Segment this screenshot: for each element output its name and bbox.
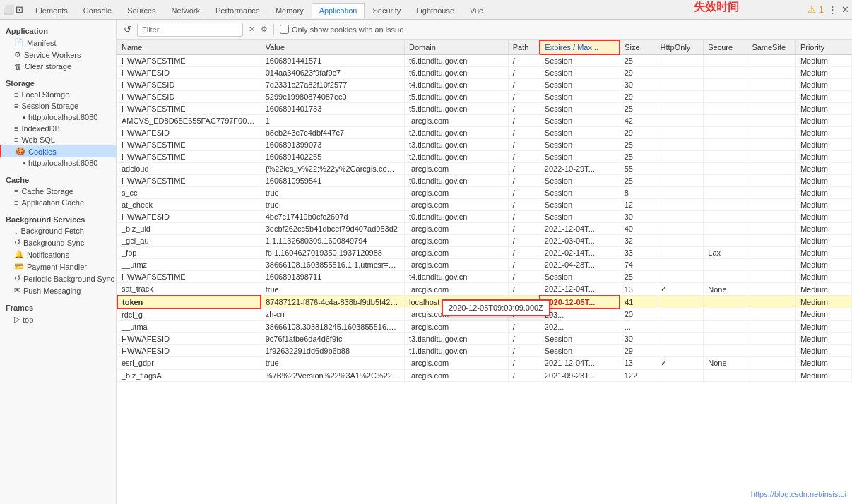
close-icon[interactable]: ✕ xyxy=(841,4,849,15)
cell-priority: Medium xyxy=(795,332,851,344)
filter-input[interactable] xyxy=(137,23,243,37)
cell-httponly xyxy=(656,296,704,308)
sidebar-item-payment[interactable]: 💳 Payment Handler xyxy=(0,260,116,272)
sidebar-item-session-localhost[interactable]: ▪ http://localhost:8080 xyxy=(0,112,116,123)
sidebar-item-service-workers[interactable]: ⚙ Service Workers xyxy=(0,49,116,61)
col-header-httponly[interactable]: HttpOnly xyxy=(656,40,704,54)
clear-storage-icon: 🗑 xyxy=(14,62,22,71)
sidebar-item-cache-storage[interactable]: ≡ Cache Storage xyxy=(0,186,116,197)
cell-value: 38666108.303818245.1603855516.1603855516… xyxy=(261,320,404,332)
sidebar: Application 📄 Manifest ⚙ Service Workers… xyxy=(0,20,117,504)
cell-path: / xyxy=(508,369,540,381)
sidebar-item-cookies[interactable]: 🍪 Cookies xyxy=(0,145,116,157)
sidebar-item-periodic-sync[interactable]: ↺ Periodic Background Sync xyxy=(0,272,116,284)
table-row[interactable]: HWWAFSESTIME1606891402255t2.tianditu.gov… xyxy=(117,151,852,163)
sidebar-item-indexeddb[interactable]: ≡ IndexedDB xyxy=(0,123,116,134)
table-row[interactable]: _biz_uid3ecbf262cc5b41dbcef79d407ad953d2… xyxy=(117,223,852,235)
col-header-size[interactable]: Size xyxy=(620,40,656,54)
table-row[interactable]: HWWAFESID9c76f1afbe6da4d6f9fct3.tianditu… xyxy=(117,332,852,344)
cell-httponly xyxy=(656,151,704,163)
cell-value: b8eb243c7c4dbf447c7 xyxy=(261,127,404,139)
cell-samesite xyxy=(747,332,796,344)
table-row[interactable]: s_cctrue.arcgis.com/Session8Medium xyxy=(117,187,852,199)
cell-samesite xyxy=(747,91,796,103)
show-issues-checkbox-label[interactable]: Only show cookies with an issue xyxy=(280,25,403,34)
more-options-icon[interactable]: ⋮ xyxy=(828,4,837,15)
filter-clear-button[interactable]: ✕ xyxy=(246,23,258,35)
table-row[interactable]: HWWAFSESTIME1606891398711t4.tianditu.gov… xyxy=(117,271,852,283)
table-row[interactable]: HWWAFSESID7d2331c27a82f10f2577t4.tiandit… xyxy=(117,79,852,91)
table-row[interactable]: _gcl_au1.1.1132680309.1600849794.arcgis.… xyxy=(117,235,852,247)
table-row[interactable]: __utma38666108.303818245.1603855516.1603… xyxy=(117,320,852,332)
table-row[interactable]: AMCVS_ED8D65E655FAC7797F000101%40Ad...1.… xyxy=(117,115,852,127)
sidebar-item-websql[interactable]: ≡ Web SQL xyxy=(0,134,116,145)
table-row[interactable]: adcloud{%22les_v%22:%22y%2Carcgis.com%2C… xyxy=(117,163,852,175)
table-row[interactable]: __utmz38666108.1603855516.1.1.utmcsr=bai… xyxy=(117,259,852,271)
tab-security[interactable]: Security xyxy=(365,3,408,18)
cell-priority: Medium xyxy=(795,91,851,103)
cell-name: HWWAFSESTIME xyxy=(117,151,261,163)
col-header-secure[interactable]: Secure xyxy=(704,40,747,54)
table-row[interactable]: HWWAFSESTIME1606891399073t3.tianditu.gov… xyxy=(117,139,852,151)
inspect-icon[interactable]: ⊡ xyxy=(16,4,23,15)
sidebar-item-manifest[interactable]: 📄 Manifest xyxy=(0,37,116,49)
cell-size: 8 xyxy=(620,187,656,199)
table-row[interactable]: at_checktrue.arcgis.com/Session12Medium xyxy=(117,199,852,211)
tab-elements[interactable]: Elements xyxy=(28,3,76,18)
sidebar-item-bg-fetch[interactable]: ↓ Background Fetch xyxy=(0,225,116,236)
cell-value: 1606891398711 xyxy=(261,271,404,283)
sidebar-item-session-storage[interactable]: ≡ Session Storage xyxy=(0,100,116,112)
col-header-expires[interactable]: Expires / Max... xyxy=(540,40,620,54)
table-row[interactable]: HWWAFSESTIME1606810959541t0.tianditu.gov… xyxy=(117,175,852,187)
tab-application[interactable]: Application xyxy=(312,3,365,18)
cell-value: 1606810959541 xyxy=(261,175,404,187)
col-header-name[interactable]: Name xyxy=(117,40,261,54)
sidebar-item-app-cache[interactable]: ≡ Application Cache xyxy=(0,197,116,208)
table-row[interactable]: HWWAFESID4bc7c17419b0cfc2607dt0.tianditu… xyxy=(117,211,852,223)
table-row[interactable]: HWWAFSESTIME1606891441571t6.tianditu.gov… xyxy=(117,54,852,67)
cell-priority: Medium xyxy=(795,344,851,356)
cell-domain: t4.tianditu.gov.cn xyxy=(404,271,508,283)
cell-expires: Session xyxy=(540,151,620,163)
table-row[interactable]: sat_tracktrue.arcgis.com/2021-12-04T...1… xyxy=(117,283,852,296)
cell-name: HWWAFESID xyxy=(117,344,261,356)
tab-network[interactable]: Network xyxy=(164,3,208,18)
col-header-priority[interactable]: Priority xyxy=(795,40,851,54)
table-row[interactable]: _fbpfb.1.1604627019350.1937120988.arcgis… xyxy=(117,247,852,259)
refresh-button[interactable]: ↺ xyxy=(121,23,134,36)
cell-expires: Session xyxy=(540,67,620,79)
table-row[interactable]: HWWAFSESTIME1606891401733t5.tianditu.gov… xyxy=(117,103,852,115)
table-row[interactable]: HWWAFESIDb8eb243c7c4dbf447c7t2.tianditu.… xyxy=(117,127,852,139)
table-row[interactable]: HWWAFSESID5299c19980874087ec0t5.tianditu… xyxy=(117,91,852,103)
table-row[interactable]: HWWAFESID014aa340623f9faf9c7t6.tianditu.… xyxy=(117,67,852,79)
tab-lighthouse[interactable]: Lighthouse xyxy=(408,3,462,18)
tab-memory[interactable]: Memory xyxy=(268,3,312,18)
tab-performance[interactable]: Performance xyxy=(208,3,268,18)
cell-name: _fbp xyxy=(117,247,261,259)
sidebar-item-bg-sync[interactable]: ↺ Background Sync xyxy=(0,236,116,248)
sidebar-item-clear-storage[interactable]: 🗑 Clear storage xyxy=(0,61,116,72)
cell-secure xyxy=(704,91,747,103)
tab-console[interactable]: Console xyxy=(76,3,119,18)
tab-vue[interactable]: Vue xyxy=(462,3,491,18)
cell-domain: .arcgis.com xyxy=(404,235,508,247)
col-header-samesite[interactable]: SameSite xyxy=(747,40,796,54)
watermark: https://blog.csdn.net/insistoi xyxy=(751,490,846,498)
cell-size: 29 xyxy=(620,344,656,356)
table-row[interactable]: esri_gdprtrue.arcgis.com/2021-12-04T...1… xyxy=(117,356,852,369)
sidebar-item-notifications[interactable]: 🔔 Notifications xyxy=(0,248,116,260)
tab-sources[interactable]: Sources xyxy=(119,3,163,18)
sidebar-item-push[interactable]: ✉ Push Messaging xyxy=(0,284,116,296)
col-header-value[interactable]: Value xyxy=(261,40,404,54)
col-header-domain[interactable]: Domain xyxy=(404,40,508,54)
col-header-path[interactable]: Path xyxy=(508,40,540,54)
sidebar-item-cookies-localhost[interactable]: ▪ http://localhost:8080 xyxy=(0,157,116,169)
sidebar-item-local-storage[interactable]: ≡ Local Storage xyxy=(0,89,116,100)
table-row[interactable]: _biz_flagsA%7B%22Version%22%3A1%2C%22Eci… xyxy=(117,369,852,381)
cell-name: HWWAFSESTIME xyxy=(117,175,261,187)
cell-expires: Session xyxy=(540,91,620,103)
table-row[interactable]: HWWAFESID1f92632291dd6d9b6b88t1.tianditu… xyxy=(117,344,852,356)
cell-name: HWWAFSESID xyxy=(117,91,261,103)
show-issues-checkbox[interactable] xyxy=(280,25,289,34)
sidebar-item-top[interactable]: ▷ top xyxy=(0,313,116,325)
